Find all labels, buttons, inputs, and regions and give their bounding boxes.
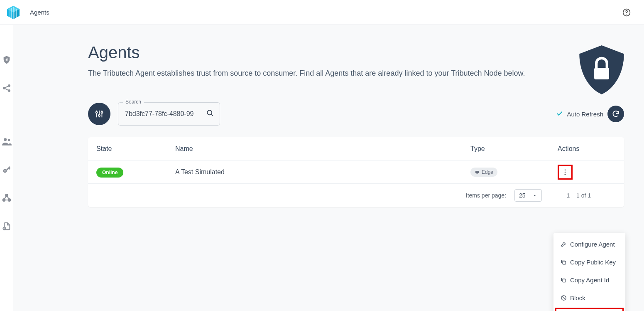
filter-button[interactable] (88, 103, 110, 125)
th-name[interactable]: Name (175, 145, 470, 153)
svg-rect-31 (475, 171, 479, 173)
page-title: Agents (88, 43, 624, 62)
sidebar-item-webhook[interactable] (1, 192, 12, 204)
wrench-icon (560, 241, 567, 248)
share-icon (2, 83, 12, 93)
menu-item-block[interactable]: Block (553, 289, 625, 307)
svg-point-24 (96, 111, 98, 113)
svg-point-29 (207, 110, 212, 115)
chevron-down-icon (532, 193, 537, 198)
topbar: Agents (0, 0, 644, 25)
svg-point-34 (565, 171, 566, 173)
edge-icon (475, 170, 480, 175)
th-actions: Actions (558, 145, 616, 153)
svg-line-30 (211, 114, 213, 116)
svg-point-33 (565, 169, 566, 170)
kebab-icon (561, 168, 569, 176)
sidebar-item-share[interactable] (1, 82, 12, 94)
svg-point-26 (98, 115, 100, 116)
items-per-page-label: Items per page: (466, 192, 506, 199)
items-per-page-select[interactable]: 25 (514, 189, 542, 202)
check-icon (556, 110, 563, 118)
webhook-icon (2, 193, 12, 203)
key-icon (2, 165, 12, 175)
sidebar-item-file[interactable] (1, 220, 12, 232)
sidebar-item-shield[interactable] (1, 54, 12, 66)
menu-item-configure-agent[interactable]: Configure Agent (553, 235, 625, 253)
sidebar (0, 25, 13, 311)
th-state[interactable]: State (96, 145, 175, 153)
refresh-button[interactable] (607, 106, 624, 122)
row-actions-button[interactable] (558, 165, 573, 180)
type-label: Edge (482, 169, 493, 175)
lock-badge (575, 43, 628, 98)
shield-icon (2, 55, 11, 64)
state-badge: Online (96, 168, 123, 178)
svg-rect-22 (594, 68, 609, 79)
items-per-page-value: 25 (519, 192, 526, 199)
svg-point-14 (4, 138, 7, 141)
menu-item-copy-agent-id[interactable]: Copy Agent Id (553, 271, 625, 289)
pagination-range: 1 – 1 of 1 (567, 192, 591, 199)
help-button[interactable] (619, 5, 634, 20)
block-icon (560, 295, 567, 301)
copy-icon (560, 277, 567, 284)
table-header: State Name Type Actions (88, 137, 624, 160)
table-footer: Items per page: 25 1 – 1 of 1 (88, 184, 624, 207)
agent-name: A Test Simulated (175, 168, 470, 176)
copy-icon (560, 259, 567, 266)
menu-item-copy-public-key[interactable]: Copy Public Key (553, 253, 625, 271)
app-logo[interactable] (5, 4, 22, 21)
users-icon (1, 136, 12, 147)
type-badge: Edge (470, 168, 497, 177)
search-input[interactable] (118, 102, 220, 126)
auto-refresh-label: Auto Refresh (567, 111, 603, 118)
breadcrumb[interactable]: Agents (30, 9, 49, 16)
sliders-icon (95, 109, 104, 118)
svg-line-39 (562, 296, 565, 299)
svg-point-17 (4, 170, 5, 171)
search-icon[interactable] (206, 109, 214, 119)
svg-point-35 (565, 173, 566, 175)
table-row[interactable]: Online A Test Simulated Edge (88, 160, 624, 184)
svg-rect-32 (477, 173, 478, 174)
menu-item-label: Configure Agent (570, 241, 615, 248)
shield-lock-large-icon (575, 43, 628, 96)
search-label: Search (123, 99, 144, 105)
menu-item-delete-agent[interactable]: Delete Agent (555, 308, 624, 311)
svg-rect-36 (563, 261, 566, 264)
file-icon (2, 222, 11, 231)
sidebar-item-key[interactable] (1, 164, 12, 175)
svg-point-28 (101, 111, 103, 113)
page-header: Agents The Tributech Agent establishes t… (88, 43, 624, 79)
search-field: Search (118, 102, 220, 126)
refresh-icon (612, 110, 620, 118)
auto-refresh-toggle[interactable]: Auto Refresh (556, 110, 603, 118)
menu-item-label: Block (570, 294, 585, 301)
page-subtitle: The Tributech Agent establishes trust fr… (88, 68, 553, 79)
actions-menu: Configure Agent Copy Public Key Copy Age… (553, 233, 625, 311)
agents-table: State Name Type Actions Online A Test Si… (88, 137, 624, 207)
svg-point-9 (626, 14, 627, 14)
sidebar-item-users[interactable] (1, 136, 12, 147)
menu-item-label: Copy Agent Id (570, 276, 609, 284)
svg-point-15 (7, 139, 10, 141)
th-type[interactable]: Type (470, 145, 558, 153)
help-icon (622, 8, 631, 17)
svg-rect-37 (563, 279, 566, 282)
controls-row: Search Auto Refresh (88, 102, 624, 126)
main-content: Agents The Tributech Agent establishes t… (13, 25, 644, 311)
svg-rect-10 (5, 59, 7, 61)
menu-item-label: Copy Public Key (570, 259, 616, 266)
